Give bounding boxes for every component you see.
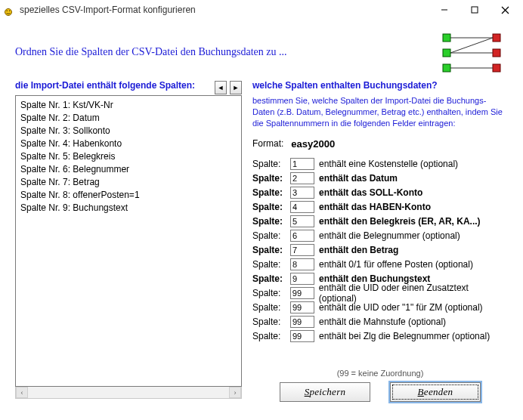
column-label: Spalte:	[252, 216, 286, 227]
list-item[interactable]: Spalte Nr. 4: Habenkonto	[20, 137, 237, 150]
close-button-main[interactable]: Beenden	[390, 382, 481, 402]
columns-listbox[interactable]: Spalte Nr. 1: Kst/VK-NrSpalte Nr. 2: Dat…	[15, 95, 242, 387]
list-item[interactable]: Spalte Nr. 8: offenerPosten=1	[20, 189, 237, 202]
column-label: Spalte:	[252, 331, 286, 341]
column-row: Spalte:enthält den Belegkreis (ER, AR, K…	[252, 215, 508, 228]
column-desc: enthält die UID oder "1" für ZM (optiona…	[319, 302, 483, 313]
column-number-input[interactable]	[290, 158, 314, 170]
maximize-button[interactable]	[460, 0, 490, 20]
column-desc: enthält bei Zlg die Belegnummer (optiona…	[319, 331, 490, 341]
column-row: Spalte:enthält das Datum	[252, 171, 508, 185]
window-title: spezielles CSV-Import-Format konfigurier…	[20, 5, 429, 15]
column-row: Spalte:enthält das HABEN-Konto	[252, 200, 508, 214]
column-row: Spalte:enthält die UID oder "1" für ZM (…	[252, 301, 508, 314]
svg-rect-4	[472, 7, 478, 13]
next-column-button[interactable]: ►	[230, 81, 242, 94]
list-item[interactable]: Spalte Nr. 7: Betrag	[20, 176, 237, 189]
column-label: Spalte:	[252, 259, 286, 270]
column-label: Spalte:	[252, 173, 286, 184]
svg-point-2	[9, 10, 11, 11]
column-desc: enthält das Datum	[319, 173, 398, 184]
column-number-input[interactable]	[290, 201, 314, 213]
svg-rect-14	[493, 34, 500, 42]
list-item[interactable]: Spalte Nr. 6: Belegnummer	[20, 163, 237, 176]
header: Ordnen Sie die Spalten der CSV-Datei den…	[0, 20, 523, 80]
column-row: Spalte:enthält die Mahnstufe (optional)	[252, 315, 508, 329]
format-label: Format:	[252, 138, 283, 149]
column-row: Spalte:enthält das SOLL-Konto	[252, 186, 508, 199]
column-desc: enthält das HABEN-Konto	[319, 202, 431, 212]
column-label: Spalte:	[252, 317, 286, 327]
title-bar: spezielles CSV-Import-Format konfigurier…	[0, 0, 523, 20]
column-label: Spalte:	[252, 302, 286, 313]
horizontal-scrollbar[interactable]: ‹ ›	[15, 387, 242, 399]
close-button[interactable]	[490, 0, 520, 20]
right-explain: bestimmen Sie, welche Spalten der Import…	[252, 95, 508, 129]
column-row: Spalte:enthält die UID oder einen Zusatz…	[252, 286, 508, 300]
right-pane: welche Spalten enthalten Buchungsdaten? …	[252, 80, 508, 402]
svg-point-1	[6, 10, 8, 11]
save-button[interactable]: Speichern	[280, 382, 370, 402]
minimize-button[interactable]	[429, 0, 460, 20]
column-row: Spalte:enthält 0/1 für offene Posten (op…	[252, 258, 508, 271]
column-desc: enthält die Belegnummer (optional)	[319, 230, 460, 241]
svg-rect-12	[443, 49, 450, 57]
column-desc: enthält eine Kostenstelle (optional)	[319, 159, 458, 169]
instruction-text: Ordnen Sie die Spalten der CSV-Datei den…	[15, 46, 435, 58]
list-item[interactable]: Spalte Nr. 5: Belegkreis	[20, 150, 237, 163]
column-row: Spalte:enthält die Belegnummer (optional…	[252, 229, 508, 242]
list-item[interactable]: Spalte Nr. 9: Buchungstext	[20, 202, 237, 215]
column-row: Spalte:enthält den Betrag	[252, 243, 508, 257]
column-number-input[interactable]	[290, 230, 314, 242]
svg-rect-11	[443, 34, 450, 42]
list-item[interactable]: Spalte Nr. 3: Sollkonto	[20, 125, 237, 137]
left-pane: die Import-Datei enthält folgende Spalte…	[15, 80, 242, 402]
column-number-input[interactable]	[290, 287, 314, 299]
svg-rect-13	[443, 64, 450, 72]
list-item[interactable]: Spalte Nr. 2: Datum	[20, 112, 237, 125]
list-item[interactable]: Spalte Nr. 1: Kst/VK-Nr	[20, 99, 237, 112]
column-row: Spalte:enthält bei Zlg die Belegnummer (…	[252, 329, 508, 343]
column-number-input[interactable]	[290, 330, 314, 342]
column-number-input[interactable]	[290, 244, 314, 256]
column-label: Spalte:	[252, 245, 286, 255]
column-label: Spalte:	[252, 187, 286, 198]
app-icon	[3, 4, 15, 16]
column-desc: enthält das SOLL-Konto	[319, 187, 422, 198]
right-heading: welche Spalten enthalten Buchungsdaten?	[252, 80, 508, 91]
prev-column-button[interactable]: ◄	[215, 81, 227, 94]
svg-rect-15	[493, 49, 500, 57]
column-label: Spalte:	[252, 159, 286, 169]
left-heading: die Import-Datei enthält folgende Spalte…	[15, 80, 212, 91]
column-number-input[interactable]	[290, 258, 314, 270]
format-row: Format: easy2000	[252, 138, 508, 150]
column-label: Spalte:	[252, 230, 286, 241]
column-desc: enthält die Mahnstufe (optional)	[319, 317, 446, 327]
column-number-input[interactable]	[290, 273, 314, 285]
column-number-input[interactable]	[290, 172, 314, 184]
scroll-left-button[interactable]: ‹	[16, 387, 28, 398]
mapping-illustration-icon	[435, 30, 508, 74]
column-desc: enthält den Belegkreis (ER, AR, KA...)	[319, 216, 481, 227]
column-number-input[interactable]	[290, 316, 314, 328]
column-row: Spalte:enthält eine Kostenstelle (option…	[252, 157, 508, 171]
column-number-input[interactable]	[290, 301, 314, 313]
column-desc: enthält den Betrag	[319, 245, 398, 255]
column-number-input[interactable]	[290, 215, 314, 227]
svg-line-8	[450, 38, 493, 53]
svg-rect-16	[493, 64, 500, 72]
column-label: Spalte:	[252, 273, 286, 284]
unassigned-hint: (99 = keine Zuordnung)	[252, 369, 508, 378]
column-label: Spalte:	[252, 202, 286, 212]
column-rows: Spalte:enthält eine Kostenstelle (option…	[252, 157, 508, 343]
scroll-right-button[interactable]: ›	[229, 387, 241, 398]
format-value: easy2000	[291, 138, 335, 150]
svg-point-0	[5, 9, 12, 16]
column-label: Spalte:	[252, 288, 286, 298]
column-desc: enthält 0/1 für offene Posten (optional)	[319, 259, 473, 270]
column-number-input[interactable]	[290, 187, 314, 199]
